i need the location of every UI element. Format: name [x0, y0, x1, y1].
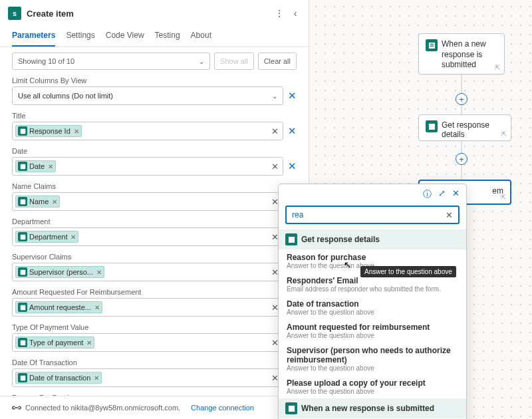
- dynamic-content-item[interactable]: Please upload a copy of your receiptAnsw…: [279, 375, 466, 398]
- clear-field-icon[interactable]: ✕: [271, 126, 279, 136]
- panel-footer: Connected to nikita@8yw58m.onmicrosoft.c…: [0, 396, 309, 419]
- field-group: Limit Columns By ViewUse all columns (Do…: [12, 76, 297, 105]
- remove-token-icon[interactable]: ✕: [86, 339, 92, 347]
- panel-title: Create item: [27, 9, 269, 19]
- forms-icon: [285, 402, 297, 414]
- field-input[interactable]: Supervisor (perso...✕✕: [12, 263, 283, 281]
- field-input[interactable]: Use all columns (Do not limit)⌄: [12, 86, 283, 105]
- field-row: Department✕✕✕: [12, 227, 297, 246]
- svg-rect-5: [20, 305, 25, 310]
- field-input[interactable]: Date of transaction✕✕: [12, 368, 283, 387]
- clear-field-icon[interactable]: ✕: [271, 162, 279, 172]
- dynamic-token[interactable]: Date of transaction✕: [15, 372, 102, 384]
- expand-icon[interactable]: ⤢: [438, 188, 446, 200]
- dynamic-content-item[interactable]: Supervisor (person who needs to authoriz…: [279, 343, 466, 375]
- tab-about[interactable]: About: [191, 27, 211, 47]
- item-title: Please upload a copy of your receipt: [287, 378, 458, 388]
- card-link-icon: ⇱: [501, 194, 506, 201]
- dynamic-content-item[interactable]: Date of transactionAnswer to the questio…: [279, 296, 466, 319]
- forms-icon: [18, 197, 27, 206]
- token-label: Amount requeste...: [29, 303, 91, 311]
- flow-card-trigger[interactable]: When a new response is submitted ⇱: [418, 33, 505, 74]
- remove-token-icon[interactable]: ✕: [94, 374, 99, 382]
- popover-search[interactable]: ✕: [285, 206, 460, 224]
- field-input[interactable]: Amount requeste...✕✕: [12, 298, 283, 317]
- showing-dropdown[interactable]: Showing 10 of 10 ⌄: [12, 53, 210, 70]
- token-label: Name: [29, 198, 49, 206]
- tab-testing[interactable]: Testing: [155, 27, 180, 47]
- field-input[interactable]: Department✕✕: [12, 227, 283, 246]
- tooltip: Answer to the question above: [360, 266, 456, 277]
- field-input[interactable]: Name✕✕: [12, 192, 283, 211]
- connection-text: Connected to nikita@8yw58m.onmicrosoft.c…: [25, 404, 180, 412]
- tabs: Parameters Settings Code View Testing Ab…: [0, 27, 309, 47]
- panel-header: s Create item ⋮ ‹: [0, 0, 309, 27]
- chevron-down-icon: ⌄: [272, 92, 277, 100]
- remove-field-icon[interactable]: ✕: [287, 160, 297, 172]
- add-step-button[interactable]: +: [456, 153, 467, 165]
- search-input[interactable]: [292, 210, 446, 219]
- field-input[interactable]: Type of payment✕✕: [12, 333, 283, 352]
- card-title: When a new response is submitted: [442, 39, 497, 70]
- link-icon: [12, 403, 21, 412]
- showing-row: Showing 10 of 10 ⌄ Show all Clear all: [12, 53, 297, 70]
- svg-rect-10: [430, 45, 434, 46]
- field-group: Date Of TransactionDate of transaction✕✕…: [12, 358, 297, 387]
- flow-card-action[interactable]: Get response details ⇱: [418, 114, 511, 141]
- token-label: Supervisor (perso...: [29, 268, 93, 276]
- dynamic-token[interactable]: Response Id✕: [15, 125, 82, 137]
- collapse-icon[interactable]: ‹: [290, 8, 301, 19]
- dynamic-token[interactable]: Amount requeste...✕: [15, 301, 102, 313]
- dynamic-token[interactable]: Name✕: [15, 196, 60, 208]
- token-label: Date: [29, 162, 45, 170]
- svg-rect-0: [20, 128, 25, 134]
- item-desc: Answer to the question above: [287, 388, 458, 395]
- remove-field-icon[interactable]: ✕: [287, 90, 297, 102]
- tab-settings[interactable]: Settings: [66, 27, 94, 47]
- add-step-button[interactable]: +: [456, 93, 467, 105]
- popover-header: ⓘ ⤢ ✕: [279, 184, 466, 203]
- field-group: Amount Requested For ReimbursementAmount…: [12, 288, 297, 317]
- properties-panel: s Create item ⋮ ‹ Parameters Settings Co…: [0, 0, 309, 419]
- item-title: Supervisor (person who needs to authoriz…: [287, 346, 458, 364]
- item-title: Amount requested for reimbursement: [287, 323, 458, 332]
- clear-search-icon[interactable]: ✕: [446, 210, 453, 220]
- more-icon[interactable]: ⋮: [274, 8, 285, 19]
- field-input[interactable]: Date✕✕: [12, 157, 283, 176]
- change-connection-link[interactable]: Change connection: [191, 404, 254, 412]
- tab-parameters[interactable]: Parameters: [12, 27, 55, 47]
- tab-code-view[interactable]: Code View: [106, 27, 144, 47]
- forms-icon: [18, 267, 27, 277]
- remove-field-icon[interactable]: ✕: [287, 125, 297, 137]
- remove-token-icon[interactable]: ✕: [48, 163, 53, 170]
- svg-rect-7: [20, 375, 25, 380]
- field-label: Type Of Payment Value: [12, 323, 297, 331]
- clear-all-button[interactable]: Clear all: [258, 53, 297, 70]
- field-group: DateDate✕✕✕: [12, 147, 297, 176]
- info-icon[interactable]: ⓘ: [423, 188, 432, 200]
- close-icon[interactable]: ✕: [452, 188, 460, 200]
- dynamic-token[interactable]: Department✕: [15, 231, 78, 243]
- remove-token-icon[interactable]: ✕: [52, 198, 57, 206]
- forms-icon: [426, 39, 438, 51]
- dynamic-token[interactable]: Supervisor (perso...✕: [15, 266, 104, 278]
- remove-token-icon[interactable]: ✕: [96, 269, 102, 276]
- field-label: Title: [12, 112, 297, 120]
- forms-icon: [285, 233, 297, 245]
- svg-rect-11: [428, 123, 434, 129]
- svg-rect-2: [20, 199, 25, 204]
- dynamic-content-item[interactable]: Amount requested for reimbursementAnswer…: [279, 319, 466, 343]
- flow-connector: [462, 141, 462, 153]
- field-input[interactable]: Response Id✕✕: [12, 122, 283, 140]
- field-label: Amount Requested For Reimbursement: [12, 288, 297, 296]
- remove-token-icon[interactable]: ✕: [70, 233, 76, 241]
- dynamic-token[interactable]: Type of payment✕: [15, 337, 94, 349]
- remove-token-icon[interactable]: ✕: [74, 128, 79, 135]
- show-all-button[interactable]: Show all: [214, 53, 254, 70]
- dynamic-token[interactable]: Date✕: [15, 160, 56, 172]
- remove-token-icon[interactable]: ✕: [94, 304, 100, 311]
- dynamic-content-popover: ⓘ ⤢ ✕ ✕ Get response details Reason for …: [278, 184, 467, 419]
- popover-section-header: When a new response is submitted: [279, 398, 466, 418]
- forms-icon: [18, 338, 27, 347]
- svg-rect-3: [20, 234, 25, 239]
